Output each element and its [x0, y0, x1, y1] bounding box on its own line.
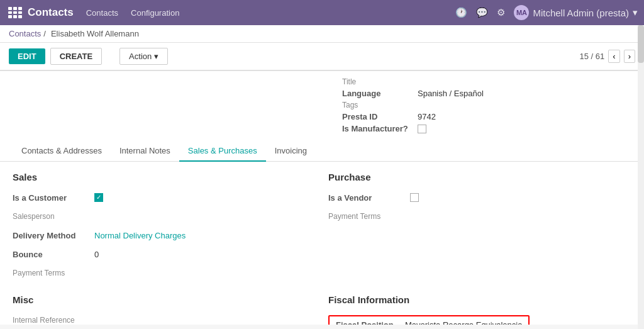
user-dropdown-icon: ▾	[633, 7, 638, 18]
payment-terms-purchase-label: Payment Terms	[328, 212, 410, 221]
tab-internal-notes[interactable]: Internal Notes	[111, 141, 179, 162]
action-button[interactable]: Action ▾	[119, 48, 168, 65]
fiscal-position-value: Mayorista Recargo Equivalencia	[405, 320, 522, 325]
is-customer-row: Is a Customer	[13, 190, 316, 205]
fiscal-position-highlighted: Fiscal Position Mayorista Recargo Equiva…	[328, 315, 530, 325]
language-label: Language	[342, 89, 418, 98]
user-name: Mitchell Admin (presta)	[533, 8, 629, 18]
is-vendor-row: Is a Vendor	[328, 190, 631, 205]
payment-terms-row: Payment Terms	[13, 265, 316, 281]
tab-contacts-addresses[interactable]: Contacts & Addresses	[13, 141, 111, 162]
misc-section-title: Misc	[13, 294, 316, 305]
payment-terms-sales-label: Payment Terms	[13, 269, 94, 277]
top-navigation: Contacts Contacts Configuration 🕐 💬 ⚙ MA…	[0, 0, 644, 25]
title-field-row: Title	[342, 77, 631, 86]
clock-icon[interactable]: 🕐	[455, 7, 467, 18]
purchase-section-title: Purchase	[328, 172, 631, 182]
misc-column: Misc Internal Reference Barcode	[13, 294, 316, 325]
is-manufacturer-checkbox[interactable]	[418, 125, 426, 133]
breadcrumb: Contacts / Elisabeth Wolf Allemann	[0, 25, 644, 43]
action-dropdown-icon: ▾	[154, 52, 158, 61]
form-card: Title Language Spanish / Español Tags Pr…	[0, 70, 644, 325]
presta-id-value: 9742	[418, 112, 436, 121]
top-fields: Title Language Spanish / Español Tags Pr…	[0, 71, 644, 136]
scrollbar-thumb[interactable]	[638, 25, 644, 63]
avatar: MA	[514, 5, 529, 20]
delivery-method-label: Delivery Method	[13, 231, 94, 240]
delivery-method-value[interactable]: Normal Delivery Charges	[94, 231, 186, 240]
scrollbar[interactable]	[638, 25, 644, 329]
main-content: Title Language Spanish / Español Tags Pr…	[0, 70, 644, 325]
app-title: Contacts	[28, 6, 74, 19]
fiscal-position-label: Fiscal Position	[336, 320, 399, 325]
sales-section-title: Sales	[13, 172, 316, 182]
top-right-icons: 🕐 💬 ⚙ MA Mitchell Admin (presta) ▾	[455, 5, 638, 20]
two-column-layout: Sales Is a Customer Salesperson Delivery…	[13, 172, 631, 284]
purchase-column: Purchase Is a Vendor Payment Terms	[328, 172, 631, 284]
is-vendor-checkbox[interactable]	[410, 193, 419, 202]
is-manufacturer-field-row: Is Manufacturer?	[342, 124, 631, 133]
tags-label: Tags	[342, 101, 418, 109]
menu-configuration[interactable]: Configuration	[131, 8, 179, 18]
is-vendor-label: Is a Vendor	[328, 193, 410, 203]
pagination-prev[interactable]: ‹	[608, 50, 619, 63]
tab-invoicing[interactable]: Invoicing	[266, 141, 316, 162]
internal-reference-row: Internal Reference	[13, 313, 316, 325]
title-label: Title	[342, 77, 418, 86]
fields-right-panel: Title Language Spanish / Español Tags Pr…	[342, 77, 631, 136]
user-menu[interactable]: MA Mitchell Admin (presta) ▾	[514, 5, 638, 20]
presta-id-label: Presta ID	[342, 112, 418, 121]
tabs-bar: Contacts & Addresses Internal Notes Sale…	[0, 141, 644, 162]
tags-field-row: Tags	[342, 101, 631, 109]
toolbar: EDIT CREATE Action ▾ 15 / 61 ‹ ›	[0, 43, 644, 70]
breadcrumb-current: Elisabeth Wolf Allemann	[51, 29, 139, 38]
settings-icon[interactable]: ⚙	[497, 7, 505, 18]
presta-id-field-row: Presta ID 9742	[342, 112, 631, 121]
fiscal-column: Fiscal Information Fiscal Position Mayor…	[328, 294, 631, 325]
pagination: 15 / 61 ‹ ›	[580, 50, 635, 63]
top-menu: Contacts Configuration	[86, 8, 456, 18]
misc-fiscal-row: Misc Internal Reference Barcode Fiscal I…	[13, 294, 631, 325]
pagination-label: 15 / 61	[580, 52, 605, 61]
salesperson-row: Salesperson	[13, 209, 316, 224]
sales-column: Sales Is a Customer Salesperson Delivery…	[13, 172, 316, 284]
tab-sales-purchases[interactable]: Sales & Purchases	[179, 141, 266, 162]
chat-icon[interactable]: 💬	[476, 7, 488, 18]
payment-terms-purchase-row: Payment Terms	[328, 209, 631, 224]
fiscal-section-title: Fiscal Information	[328, 294, 631, 305]
tab-content-sales-purchases: Sales Is a Customer Salesperson Delivery…	[0, 162, 644, 325]
create-button[interactable]: CREATE	[50, 48, 102, 65]
is-manufacturer-label: Is Manufacturer?	[342, 124, 418, 133]
bounce-label: Bounce	[13, 250, 94, 259]
language-value: Spanish / Español	[418, 89, 484, 98]
breadcrumb-separator: /	[43, 29, 46, 38]
menu-contacts[interactable]: Contacts	[86, 8, 118, 18]
apps-grid-icon[interactable]	[6, 5, 21, 20]
bounce-row: Bounce 0	[13, 247, 316, 262]
delivery-method-row: Delivery Method Normal Delivery Charges	[13, 228, 316, 243]
pagination-next[interactable]: ›	[624, 50, 635, 63]
salesperson-label: Salesperson	[13, 212, 94, 221]
is-customer-label: Is a Customer	[13, 193, 94, 203]
bounce-value: 0	[94, 250, 99, 259]
is-customer-checkbox[interactable]	[94, 193, 103, 202]
breadcrumb-parent[interactable]: Contacts	[9, 29, 41, 38]
internal-reference-label: Internal Reference	[13, 316, 94, 325]
edit-button[interactable]: EDIT	[9, 48, 45, 64]
language-field-row: Language Spanish / Español	[342, 89, 631, 98]
